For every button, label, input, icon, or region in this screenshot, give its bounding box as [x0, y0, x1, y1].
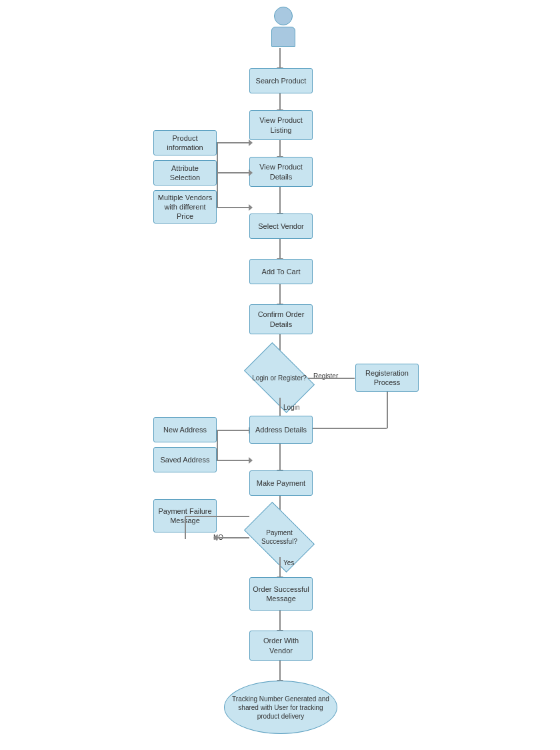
- line-info-details: [217, 142, 249, 143]
- line-failure-connect: [185, 516, 186, 537]
- arrow-vendor-tracking: [279, 661, 281, 681]
- box-select-vendor: Select Vendor: [249, 214, 313, 239]
- arrow-vendor-cart: [279, 239, 281, 259]
- box-add-cart: Add To Cart: [249, 259, 313, 284]
- line-saved-addr-details: [217, 460, 249, 461]
- box-search-product: Search Product: [249, 68, 313, 93]
- box-order-vendor: Order With Vendor: [249, 631, 313, 661]
- diamond-login-register: Login or Register?: [249, 358, 309, 398]
- line-attr-details: [217, 172, 249, 173]
- label-login: Login: [283, 404, 299, 411]
- box-confirm-order: Confirm Order Details: [249, 304, 313, 334]
- box-attribute-selection: Attribute Selection: [153, 160, 217, 185]
- box-product-info: Product information: [153, 130, 217, 155]
- flowchart-container: Search Product View Product Listing View…: [0, 0, 560, 750]
- box-view-details: View Product Details: [249, 157, 313, 187]
- arrow-actor-search: [279, 48, 281, 68]
- line-reg-address: [308, 428, 387, 429]
- line-failure-to-diamond: [185, 516, 249, 517]
- line-vendors-details: [217, 207, 249, 208]
- box-make-payment: Make Payment: [249, 470, 313, 496]
- oval-tracking: Tracking Number Generated and shared wit…: [224, 681, 337, 734]
- box-new-address: New Address: [153, 417, 217, 442]
- line-addr-side-vertical: [217, 430, 218, 460]
- line-no-failure: [217, 537, 249, 538]
- box-address-details: Address Details: [249, 416, 313, 444]
- box-view-listing: View Product Listing: [249, 110, 313, 140]
- actor-body: [271, 27, 295, 47]
- label-yes: Yes: [283, 559, 294, 567]
- arrow-listing-details: [279, 140, 281, 157]
- box-registration: Registeration Process: [355, 364, 419, 392]
- arrow-details-vendor: [279, 187, 281, 214]
- box-saved-address: Saved Address: [153, 447, 217, 472]
- box-order-successful: Order Successful Message: [249, 577, 313, 611]
- arrow-cart-confirm: [279, 284, 281, 304]
- actor-user: [267, 7, 300, 47]
- diamond-payment-successful: Payment Successful?: [249, 517, 309, 557]
- line-register-right: [308, 378, 355, 379]
- line-new-addr-details: [217, 430, 249, 431]
- arrow-search-listing: [279, 93, 281, 110]
- box-multiple-vendors: Multiple Vendors with different Price: [153, 190, 217, 224]
- line-reg-down: [387, 392, 388, 428]
- line-side-vertical: [217, 142, 218, 207]
- arrow-yes-order: [279, 557, 281, 577]
- arrow-order-vendor: [279, 611, 281, 631]
- actor-head: [274, 7, 293, 25]
- arrow-address-payment: [279, 444, 281, 470]
